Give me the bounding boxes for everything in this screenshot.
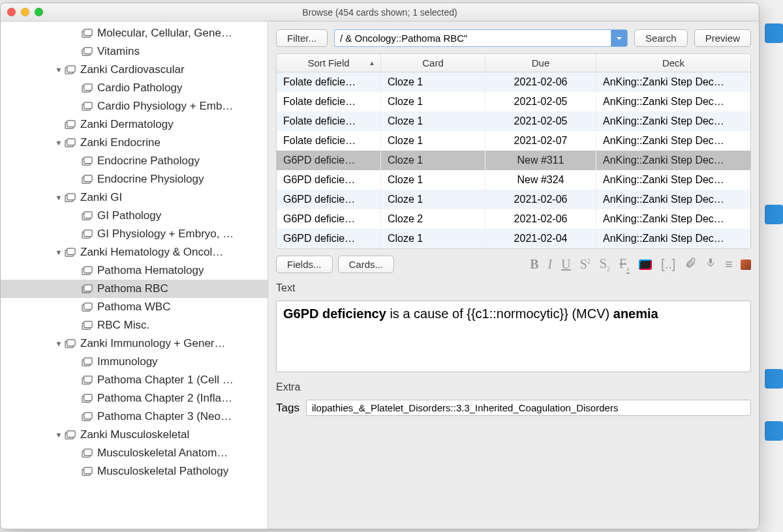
cell-due: 2021-02-06 <box>485 209 596 229</box>
deck-tree-item[interactable]: Endocrine Physiology <box>1 170 268 188</box>
deck-tree-item[interactable]: Musculoskeletal Anatom… <box>1 444 268 462</box>
search-toolbar: Filter... Search Preview <box>276 29 751 47</box>
table-row[interactable]: G6PD deficie…Cloze 12021-02-06AnKing::Za… <box>277 190 750 209</box>
cell-due: 2021-02-05 <box>485 92 596 111</box>
deck-icon <box>82 156 93 166</box>
deck-label: Pathoma Hematology <box>97 264 204 277</box>
disclosure-triangle-icon[interactable]: ▼ <box>54 340 63 347</box>
svg-rect-37 <box>84 358 92 364</box>
subscript-icon[interactable]: S2 <box>600 256 610 273</box>
deck-tree-item[interactable]: Immunology <box>1 353 268 371</box>
deck-tree-item[interactable]: Zanki Dermatology <box>1 115 268 134</box>
fields-button[interactable]: Fields... <box>276 256 333 273</box>
table-row[interactable]: G6PD deficie…Cloze 12021-02-04AnKing::Za… <box>277 229 750 248</box>
deck-tree-item[interactable]: Vitamins <box>1 42 268 61</box>
column-header-deck[interactable]: Deck <box>596 54 750 72</box>
table-row[interactable]: Folate deficie…Cloze 12021-02-05AnKing::… <box>277 92 750 111</box>
svg-rect-1 <box>84 29 92 36</box>
svg-rect-21 <box>84 212 92 218</box>
deck-label: Endocrine Physiology <box>97 173 204 186</box>
disclosure-triangle-icon[interactable]: ▼ <box>54 194 63 201</box>
search-history-dropdown[interactable] <box>611 29 628 47</box>
more-icon[interactable]: ≡ <box>725 257 731 272</box>
deck-icon <box>65 247 76 258</box>
filter-button[interactable]: Filter... <box>276 29 328 47</box>
cell-deck: AnKing::Zanki Step Dec… <box>596 92 750 111</box>
disclosure-triangle-icon[interactable]: ▼ <box>54 66 63 74</box>
deck-tree-item[interactable]: ▼Zanki Cardiovascular <box>1 61 268 79</box>
deck-icon <box>65 430 76 440</box>
cell-card: Cloze 1 <box>381 131 485 151</box>
attachment-icon[interactable] <box>684 257 696 272</box>
cards-button[interactable]: Cards... <box>338 256 395 273</box>
superscript-icon[interactable]: S2 <box>580 257 591 272</box>
italic-icon[interactable]: I <box>548 257 553 272</box>
deck-label: RBC Misc. <box>97 319 149 332</box>
cell-card: Cloze 1 <box>381 229 485 248</box>
deck-tree-item[interactable]: Pathoma WBC <box>1 298 268 316</box>
cell-due: 2021-02-06 <box>485 72 596 92</box>
deck-icon <box>65 119 76 130</box>
table-row[interactable]: Folate deficie…Cloze 12021-02-06AnKing::… <box>277 72 750 92</box>
deck-tree-item[interactable]: Pathoma Chapter 2 (Infla… <box>1 389 268 407</box>
deck-tree-item[interactable]: Musculoskeletal Pathology <box>1 462 268 480</box>
deck-tree-item[interactable]: ▼Zanki Immunology + Gener… <box>1 334 268 353</box>
disclosure-triangle-icon[interactable]: ▼ <box>54 139 63 147</box>
deck-tree-item[interactable]: ▼Zanki Musculoskeletal <box>1 426 268 444</box>
deck-tree-item[interactable]: Pathoma RBC <box>1 280 268 298</box>
deck-tree-item[interactable]: ▼Zanki GI <box>1 188 268 207</box>
deck-label: Musculoskeletal Anatom… <box>97 447 228 460</box>
deck-tree-item[interactable]: Pathoma Chapter 3 (Neo… <box>1 407 268 426</box>
column-header-card[interactable]: Card <box>381 54 485 72</box>
search-button[interactable]: Search <box>634 29 688 47</box>
deck-label: Molecular, Cellular, Gene… <box>97 27 232 40</box>
cell-sortfield: Folate deficie… <box>277 131 381 151</box>
deck-tree-item[interactable]: Cardio Pathology <box>1 79 268 97</box>
deck-label: Zanki Endocrine <box>80 136 161 149</box>
titlebar: Browse (454 cards shown; 1 selected) <box>1 3 759 22</box>
deck-tree-item[interactable]: ▼Zanki Endocrine <box>1 134 268 152</box>
disclosure-triangle-icon[interactable]: ▼ <box>54 431 63 439</box>
bold-icon[interactable]: B <box>530 257 538 272</box>
column-header-due[interactable]: Due <box>485 54 596 72</box>
deck-icon <box>82 265 93 276</box>
deck-icon <box>82 411 93 422</box>
deck-tree-item[interactable]: Endocrine Pathology <box>1 152 268 170</box>
record-audio-icon[interactable] <box>705 257 716 272</box>
disclosure-triangle-icon[interactable]: ▼ <box>54 248 63 256</box>
remove-format-icon[interactable]: Fx <box>619 256 630 273</box>
deck-tree-item[interactable]: RBC Misc. <box>1 316 268 334</box>
tags-input[interactable] <box>306 400 751 416</box>
deck-tree-item[interactable]: Molecular, Cellular, Gene… <box>1 24 268 42</box>
deck-tree-item[interactable]: Pathoma Chapter 1 (Cell … <box>1 371 268 389</box>
deck-label: Zanki Immunology + Gener… <box>80 337 226 350</box>
latex-icon[interactable] <box>741 259 751 270</box>
svg-rect-7 <box>84 84 92 91</box>
svg-rect-11 <box>67 121 75 127</box>
column-header-sortfield[interactable]: Sort Field ▲ <box>277 54 381 72</box>
search-input[interactable] <box>334 29 611 47</box>
deck-icon <box>82 448 93 458</box>
svg-rect-50 <box>709 258 712 263</box>
cell-sortfield: Folate deficie… <box>277 72 381 92</box>
cell-due: New #324 <box>485 170 596 190</box>
table-row[interactable]: Folate deficie…Cloze 12021-02-05AnKing::… <box>277 111 750 131</box>
deck-tree-item[interactable]: Cardio Physiology + Emb… <box>1 97 268 115</box>
underline-icon[interactable]: U <box>561 257 570 272</box>
deck-tree-sidebar[interactable]: Molecular, Cellular, Gene…Vitamins▼Zanki… <box>1 22 268 529</box>
table-row[interactable]: G6PD deficie…Cloze 22021-02-06AnKing::Za… <box>277 209 750 229</box>
preview-button[interactable]: Preview <box>694 29 751 47</box>
table-row[interactable]: G6PD deficie…Cloze 1New #324AnKing::Zank… <box>277 170 750 190</box>
svg-rect-39 <box>84 376 92 383</box>
text-field[interactable]: G6PD deficiency is a cause of {{c1::norm… <box>276 301 751 372</box>
deck-icon <box>82 28 93 38</box>
table-row[interactable]: G6PD deficie…Cloze 1New #311AnKing::Zank… <box>277 151 750 170</box>
text-color-icon[interactable] <box>639 259 652 270</box>
deck-tree-item[interactable]: GI Physiology + Embryo, … <box>1 225 268 243</box>
cloze-icon[interactable]: [..] <box>661 257 675 272</box>
table-row[interactable]: Folate deficie…Cloze 12021-02-07AnKing::… <box>277 131 750 151</box>
deck-tree-item[interactable]: ▼Zanki Hematology & Oncol… <box>1 243 268 261</box>
deck-tree-item[interactable]: Pathoma Hematology <box>1 261 268 280</box>
deck-tree-item[interactable]: GI Pathology <box>1 207 268 225</box>
cell-card: Cloze 1 <box>381 72 485 92</box>
